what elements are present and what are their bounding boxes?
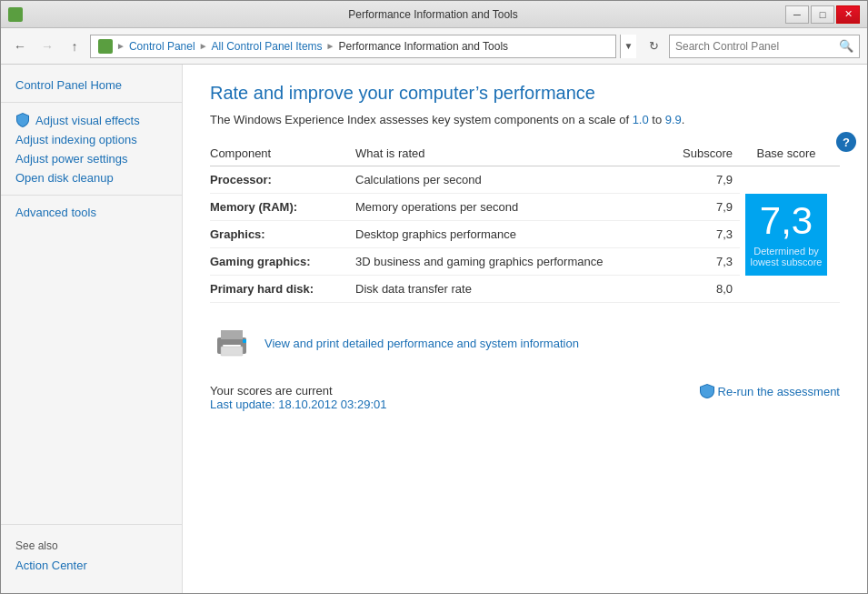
content-panel: Rate and improve your computer’s perform… [183,65,867,593]
main-window: Performance Information and Tools ─ □ ✕ … [0,0,868,594]
sidebar-item-advanced[interactable]: Advanced tools [1,203,182,222]
window-controls: ─ □ ✕ [785,5,860,24]
breadcrumb-control-panel[interactable]: Control Panel [129,40,195,53]
print-section: View and print detailed performance and … [210,321,840,366]
shield-icon [15,113,30,127]
address-field[interactable]: ► Control Panel ► All Control Panel Item… [90,35,616,58]
main-area: Control Panel Home Adjust visual effects… [1,65,867,593]
row-memory-label: Memory (RAM): [210,194,355,221]
col-what-rated: What is rated [355,141,667,166]
row-graphics-label: Graphics: [210,221,355,248]
content-description: The Windows Experience Index assesses ke… [210,113,840,126]
row-graphics-subscore: 7,3 [667,221,740,248]
sidebar-item-indexing[interactable]: Adjust indexing options [1,130,182,149]
sidebar-item-power[interactable]: Adjust power settings [1,149,182,168]
sidebar-divider-2 [1,195,182,196]
scale-start: 1.0 [633,113,649,126]
page-title: Rate and improve your computer’s perform… [210,83,840,104]
see-also-title: See also [15,539,167,552]
minimize-button[interactable]: ─ [785,5,809,24]
back-button[interactable]: ← [8,35,32,58]
row-processor-subscore: 7,9 [667,166,740,194]
app-icon [8,7,23,22]
scale-end: 9.9 [665,113,682,126]
content-area: ? Rate and improve your computer’s perfo… [183,65,867,593]
maximize-button[interactable]: □ [811,5,834,24]
row-memory-subscore: 7,9 [667,194,740,221]
printer-icon [210,321,254,366]
row-graphics-rated: Desktop graphics performance [355,221,667,248]
sidebar-action-center[interactable]: Action Center [15,556,167,575]
address-bar: ← → ↑ ► Control Panel ► All Control Pane… [1,28,867,65]
col-basescore: Base score [740,141,840,166]
row-processor-label: Processor: [210,166,355,194]
folder-icon [98,39,113,54]
forward-button[interactable]: → [35,35,59,58]
search-icon[interactable]: 🔍 [839,39,853,53]
rerun-link[interactable]: Re-run the assessment [700,384,840,398]
sidebar: Control Panel Home Adjust visual effects… [1,65,183,593]
row-gaming-label: Gaming graphics: [210,248,355,276]
col-component: Component [210,141,355,166]
row-disk-rated: Disk data transfer rate [355,276,667,303]
row-disk-subscore: 8,0 [667,276,740,303]
row-gaming-rated: 3D business and gaming graphics performa… [355,248,667,276]
score-label: Determined by lowest subscore [745,246,827,267]
search-input[interactable] [675,40,835,53]
sidebar-divider-3 [1,524,182,525]
sidebar-home-link[interactable]: Control Panel Home [1,76,182,95]
table-row: Processor: Calculations per second 7,9 7… [210,166,840,194]
scores-current: Your scores are current [210,384,386,398]
sidebar-item-cleanup[interactable]: Open disk cleanup [1,168,182,187]
breadcrumb-current: Performance Information and Tools [339,40,509,53]
svg-rect-5 [221,347,243,356]
see-also-section: See also Action Center [1,532,182,582]
col-subscore: Subscore [667,141,740,166]
up-button[interactable]: ↑ [63,35,86,58]
help-button[interactable]: ? [836,132,856,152]
svg-rect-1 [221,330,243,339]
svg-rect-2 [223,345,241,347]
row-disk-label: Primary hard disk: [210,276,355,303]
breadcrumb-all-items[interactable]: All Control Panel Items [212,40,323,53]
shield-rerun-icon [700,384,714,398]
search-field[interactable]: 🔍 [669,35,860,58]
performance-table: Component What is rated Subscore Base sc… [210,141,840,303]
window-title: Performance Information and Tools [81,8,785,21]
score-number: 7,3 [760,202,813,240]
last-update: Last update: 18.10.2012 03:29:01 [210,398,386,411]
refresh-button[interactable]: ↻ [642,35,665,58]
title-bar: Performance Information and Tools ─ □ ✕ [1,1,867,28]
row-gaming-subscore: 7,3 [667,248,740,276]
row-memory-rated: Memory operations per second [355,194,667,221]
base-score-cell: 7,3 Determined by lowest subscore [740,166,840,303]
score-box: 7,3 Determined by lowest subscore [745,194,827,276]
sidebar-spacer [1,222,182,517]
status-text: Your scores are current Last update: 18.… [210,384,386,411]
address-dropdown[interactable]: ▼ [620,35,636,58]
sidebar-item-visual-effects[interactable]: Adjust visual effects [1,110,182,130]
print-link[interactable]: View and print detailed performance and … [264,337,579,350]
sidebar-divider-1 [1,102,182,103]
row-processor-rated: Calculations per second [355,166,667,194]
status-row: Your scores are current Last update: 18.… [210,384,840,411]
svg-rect-4 [243,339,246,343]
close-button[interactable]: ✕ [836,5,860,24]
